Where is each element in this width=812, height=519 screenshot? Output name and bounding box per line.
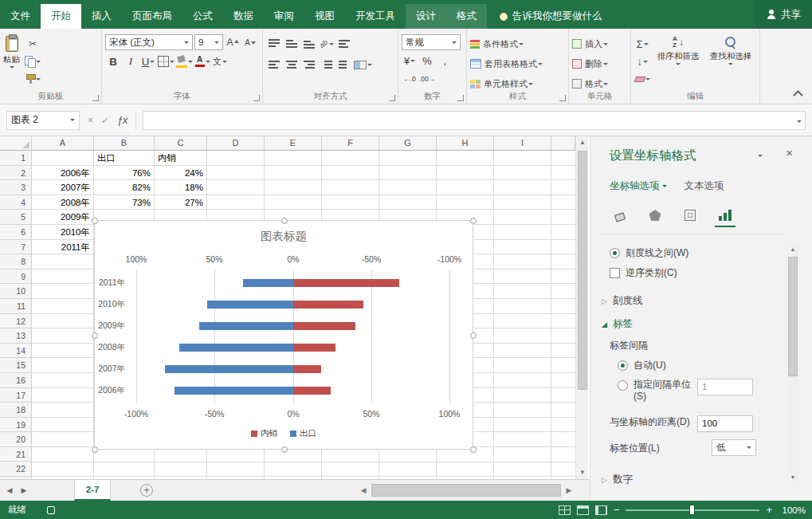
scroll-down-arrow[interactable]: ▼ bbox=[576, 466, 589, 479]
chart-selection-handle[interactable] bbox=[92, 446, 98, 453]
cell-B3[interactable]: 82% bbox=[94, 180, 155, 195]
font-color-button[interactable]: A bbox=[194, 53, 210, 69]
cell-C2[interactable]: 24% bbox=[155, 166, 207, 181]
cell-B1[interactable]: 出口 bbox=[94, 151, 155, 166]
align-left-button[interactable] bbox=[266, 57, 282, 73]
phonetic-guide-button[interactable]: 文 bbox=[212, 53, 228, 69]
row-header-17[interactable]: 17 bbox=[0, 388, 31, 403]
pane-close-button[interactable]: × bbox=[786, 146, 793, 159]
italic-button[interactable]: I bbox=[123, 53, 139, 69]
chart-category-label[interactable]: 2011年 bbox=[95, 277, 130, 289]
column-header-I[interactable]: I bbox=[494, 136, 551, 150]
interval-units-input[interactable]: 1 bbox=[697, 379, 753, 395]
normal-view-button[interactable] bbox=[559, 505, 571, 515]
cell-A3[interactable]: 2007年 bbox=[32, 180, 94, 195]
decrease-decimal-button[interactable]: .00→ bbox=[419, 71, 435, 87]
format-painter-button[interactable] bbox=[25, 71, 41, 87]
pane-scroll-down-arrow[interactable]: ▼ bbox=[787, 472, 798, 483]
clear-button[interactable] bbox=[634, 71, 650, 87]
percent-style-button[interactable]: % bbox=[419, 53, 435, 69]
accounting-format-button[interactable]: ¥ bbox=[402, 53, 418, 69]
between-tickmarks-radio[interactable]: 刻度线之间(W) bbox=[590, 246, 788, 260]
chart-bottom-axis-tick[interactable]: 50% bbox=[354, 409, 389, 419]
sort-filter-button[interactable]: AZ ↓ 排序和筛选 bbox=[653, 34, 703, 91]
decrease-indent-button[interactable] bbox=[319, 57, 335, 73]
zoom-out-button[interactable]: − bbox=[614, 505, 620, 515]
cell-A6[interactable]: 2010年 bbox=[32, 225, 94, 240]
delete-cells-button[interactable]: 删除 bbox=[572, 56, 626, 72]
column-header-H[interactable]: H bbox=[437, 136, 494, 150]
insert-function-button[interactable]: ƒx bbox=[117, 115, 127, 126]
axis-options-icon[interactable] bbox=[715, 203, 736, 224]
effects-icon[interactable] bbox=[645, 203, 665, 224]
label-position-dropdown[interactable]: 低 bbox=[712, 439, 756, 456]
cell-styles-button[interactable]: 单元格样式 bbox=[470, 76, 564, 92]
fill-color-button[interactable] bbox=[176, 53, 193, 69]
row-header-6[interactable]: 6 bbox=[0, 225, 31, 240]
autosum-button[interactable]: Σ bbox=[634, 36, 650, 52]
cell-A7[interactable]: 2011年 bbox=[32, 240, 94, 255]
row-header-13[interactable]: 13 bbox=[0, 328, 31, 344]
row-header-2[interactable]: 2 bbox=[0, 166, 31, 181]
font-size-combo[interactable]: 9 bbox=[194, 34, 223, 50]
chart-top-axis-tick[interactable]: 100% bbox=[119, 254, 154, 264]
chart-selection-handle[interactable] bbox=[470, 218, 477, 224]
comma-style-button[interactable]: , bbox=[437, 53, 453, 69]
share-button[interactable]: 共享 bbox=[755, 0, 812, 29]
cell-A2[interactable]: 2006年 bbox=[32, 166, 94, 181]
chart-selection-handle[interactable] bbox=[92, 218, 98, 224]
number-format-combo[interactable]: 常规 bbox=[402, 34, 461, 50]
find-select-button[interactable]: 查找和选择 bbox=[706, 34, 755, 91]
row-header-5[interactable]: 5 bbox=[0, 210, 31, 225]
underline-button[interactable]: U bbox=[140, 53, 156, 69]
page-layout-view-button[interactable] bbox=[577, 505, 589, 515]
row-header-7[interactable]: 7 bbox=[0, 240, 31, 255]
alignment-dialog-launcher[interactable] bbox=[389, 95, 395, 101]
ribbon-tab-review[interactable]: 审阅 bbox=[264, 4, 304, 29]
chart-top-axis-tick[interactable]: -100% bbox=[432, 254, 467, 264]
chart-selection-handle[interactable] bbox=[281, 218, 288, 224]
pane-tab-axis-options[interactable]: 坐标轴选项 bbox=[610, 179, 667, 193]
row-header-8[interactable]: 8 bbox=[0, 254, 31, 269]
chart-category-label[interactable]: 2008年 bbox=[95, 342, 130, 353]
ribbon-tab-page-layout[interactable]: 页面布局 bbox=[122, 4, 182, 29]
macro-record-icon[interactable] bbox=[47, 506, 55, 514]
tell-me-box[interactable]: 告诉我你想要做什么 bbox=[500, 4, 602, 29]
cell-A5[interactable]: 2009年 bbox=[32, 210, 94, 225]
row-header-9[interactable]: 9 bbox=[0, 269, 31, 285]
chart-selection-handle[interactable] bbox=[92, 332, 98, 339]
format-as-table-button[interactable]: 套用表格格式 bbox=[470, 56, 564, 72]
row-header-1[interactable]: 1 bbox=[0, 151, 31, 166]
chart-bar-内销[interactable] bbox=[293, 344, 335, 352]
size-properties-icon[interactable] bbox=[680, 203, 700, 224]
merge-center-button[interactable] bbox=[354, 57, 372, 73]
chart-bar-内销[interactable] bbox=[293, 387, 331, 395]
increase-decimal-button[interactable]: ←.0 bbox=[402, 71, 418, 87]
ribbon-tab-insert[interactable]: 插入 bbox=[81, 4, 122, 29]
number-dialog-launcher[interactable] bbox=[457, 95, 464, 101]
row-header-10[interactable]: 10 bbox=[0, 284, 31, 299]
sheet-tab-active[interactable]: 2-7 bbox=[74, 480, 111, 501]
fill-button[interactable]: ↓ bbox=[634, 53, 650, 69]
ribbon-tab-home[interactable]: 开始 bbox=[41, 4, 81, 29]
chart-bar-出口[interactable] bbox=[165, 365, 293, 373]
page-break-view-button[interactable] bbox=[595, 505, 607, 515]
orientation-button[interactable]: ab bbox=[319, 36, 335, 52]
chart-bar-出口[interactable] bbox=[207, 301, 293, 309]
chart-bar-内销[interactable] bbox=[293, 365, 321, 373]
horizontal-scroll-thumb[interactable] bbox=[371, 484, 561, 497]
pane-scroll-up-arrow[interactable]: ▲ bbox=[787, 244, 798, 255]
column-header-G[interactable]: G bbox=[379, 136, 437, 150]
chart-category-label[interactable]: 2006年 bbox=[95, 385, 130, 396]
align-right-button[interactable] bbox=[301, 57, 317, 73]
row-header-12[interactable]: 12 bbox=[0, 314, 31, 329]
conditional-formatting-button[interactable]: 条件格式 bbox=[470, 36, 564, 52]
zoom-in-button[interactable]: + bbox=[766, 505, 772, 515]
column-header-B[interactable]: B bbox=[94, 136, 155, 150]
section-labels[interactable]: ◢ 标签 bbox=[590, 317, 788, 331]
pane-tab-text-options[interactable]: 文本选项 bbox=[685, 179, 724, 193]
chart-bar-出口[interactable] bbox=[243, 279, 293, 287]
name-box[interactable]: 图表 2 bbox=[6, 111, 80, 130]
fill-line-icon[interactable] bbox=[610, 203, 630, 224]
chart-legend-item[interactable]: 内销 bbox=[251, 428, 277, 439]
